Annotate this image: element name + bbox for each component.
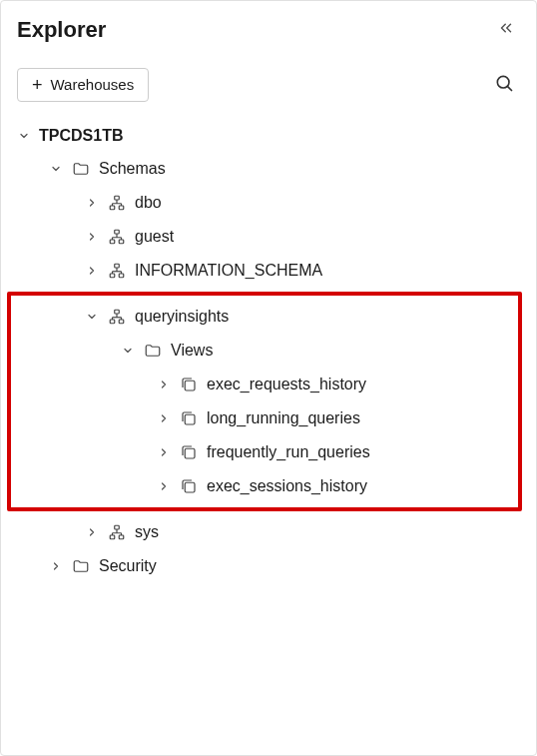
warehouses-button-label: Warehouses: [51, 76, 135, 93]
tree-item-database[interactable]: TPCDS1TB: [7, 120, 526, 152]
view-label: long_running_queries: [207, 409, 360, 427]
view-label: frequently_run_queries: [207, 443, 370, 461]
chevron-right-icon: [85, 230, 99, 244]
schema-icon: [107, 227, 127, 247]
svg-rect-37: [185, 482, 195, 492]
view-icon: [179, 476, 199, 496]
tree-item-schema-guest[interactable]: guest: [7, 220, 526, 254]
chevron-right-icon: [85, 264, 99, 278]
search-button[interactable]: [488, 67, 520, 102]
views-folder-label: Views: [171, 342, 213, 360]
tree-item-schemas-folder[interactable]: Schemas: [7, 152, 526, 186]
svg-line-1: [507, 86, 511, 90]
svg-rect-18: [115, 264, 120, 268]
tree-item-schema-dbo[interactable]: dbo: [7, 186, 526, 220]
schemas-folder-label: Schemas: [99, 160, 166, 178]
tree-item-view-exec-sessions-history[interactable]: exec_sessions_history: [11, 469, 518, 503]
chevron-right-icon: [85, 525, 99, 539]
panel-header: Explorer: [1, 1, 536, 55]
svg-rect-11: [110, 240, 115, 244]
svg-rect-19: [110, 274, 115, 278]
chevron-down-icon: [17, 129, 31, 143]
chevron-right-icon: [49, 559, 63, 573]
schema-label: guest: [135, 228, 174, 246]
tree-item-schema-sys[interactable]: sys: [7, 515, 526, 549]
svg-rect-40: [119, 535, 124, 539]
svg-rect-12: [119, 240, 124, 244]
chevron-down-icon: [49, 162, 63, 176]
svg-rect-10: [115, 230, 120, 234]
search-icon: [494, 73, 514, 93]
panel-title: Explorer: [17, 17, 106, 43]
svg-rect-36: [185, 448, 195, 458]
tree-item-view-frequently-run-queries[interactable]: frequently_run_queries: [11, 435, 518, 469]
explorer-tree: TPCDS1TB Schemas dbo guest: [1, 120, 536, 583]
svg-rect-20: [119, 274, 124, 278]
add-warehouses-button[interactable]: + Warehouses: [17, 68, 149, 102]
folder-icon: [71, 556, 91, 576]
svg-rect-39: [110, 535, 115, 539]
tree-item-view-exec-requests-history[interactable]: exec_requests_history: [11, 368, 518, 401]
svg-rect-34: [185, 380, 195, 390]
chevron-down-icon: [121, 344, 135, 358]
chevron-double-left-icon: [496, 18, 516, 38]
chevron-right-icon: [157, 411, 171, 425]
view-label: exec_sessions_history: [207, 477, 367, 495]
chevron-right-icon: [157, 479, 171, 493]
view-label: exec_requests_history: [207, 376, 366, 393]
svg-rect-28: [119, 320, 124, 324]
svg-rect-26: [115, 310, 120, 314]
tree-item-view-long-running-queries[interactable]: long_running_queries: [11, 401, 518, 435]
tree-item-schema-information-schema[interactable]: INFORMATION_SCHEMA: [7, 254, 526, 288]
folder-icon: [143, 341, 163, 361]
svg-rect-27: [110, 320, 115, 324]
svg-rect-35: [185, 414, 195, 424]
database-label: TPCDS1TB: [39, 127, 123, 145]
view-icon: [179, 375, 199, 394]
schema-icon: [107, 307, 127, 327]
chevron-down-icon: [85, 310, 99, 324]
plus-icon: +: [32, 76, 43, 94]
svg-rect-38: [115, 525, 120, 529]
schema-label: INFORMATION_SCHEMA: [135, 262, 322, 280]
svg-rect-2: [115, 196, 120, 200]
schema-label: dbo: [135, 194, 162, 212]
tree-item-security-folder[interactable]: Security: [7, 549, 526, 583]
chevron-right-icon: [85, 196, 99, 210]
schema-icon: [107, 193, 127, 213]
schema-icon: [107, 261, 127, 281]
toolbar: + Warehouses: [1, 55, 536, 120]
schema-label: sys: [135, 523, 159, 541]
chevron-right-icon: [157, 378, 171, 391]
schema-label: queryinsights: [135, 308, 229, 326]
schema-icon: [107, 522, 127, 542]
folder-icon: [71, 159, 91, 179]
view-icon: [179, 442, 199, 462]
collapse-panel-button[interactable]: [492, 13, 520, 47]
tree-item-views-folder[interactable]: Views: [11, 334, 518, 368]
highlight-box: queryinsights Views exec_requests_histor…: [7, 292, 522, 511]
security-folder-label: Security: [99, 557, 157, 575]
tree-item-schema-queryinsights[interactable]: queryinsights: [11, 300, 518, 334]
svg-rect-4: [119, 206, 124, 210]
view-icon: [179, 408, 199, 428]
chevron-right-icon: [157, 445, 171, 459]
svg-rect-3: [110, 206, 115, 210]
